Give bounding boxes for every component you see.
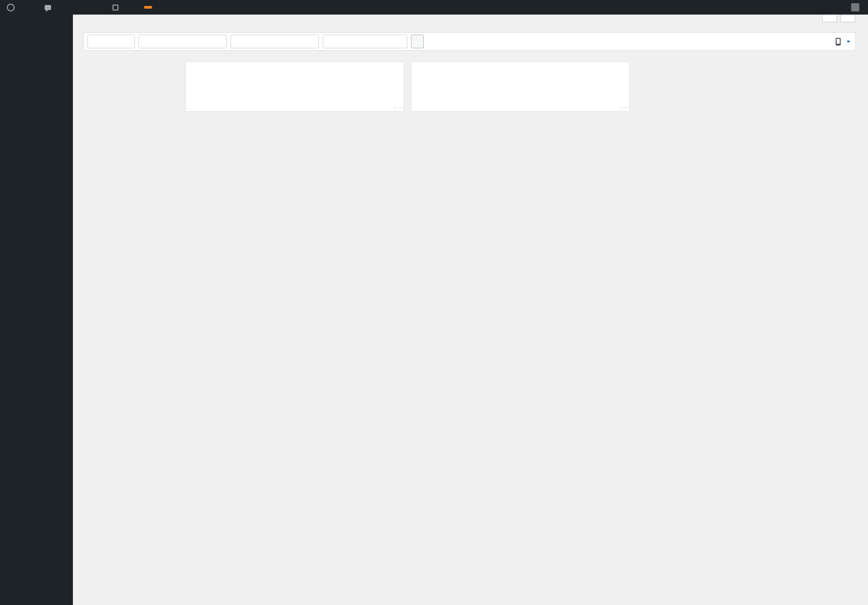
query-monitor-stats[interactable]	[80, 0, 108, 15]
help-button[interactable]	[840, 15, 855, 22]
page-title	[83, 15, 856, 31]
filter-bar	[83, 32, 856, 51]
debug-menu[interactable]	[835, 0, 843, 15]
sidebar	[0, 15, 73, 605]
settings-adminbar-menu[interactable]	[125, 0, 136, 15]
admin-bar-right	[835, 0, 863, 15]
store-status-menu[interactable]	[136, 0, 156, 15]
tile-period-badge	[620, 107, 630, 112]
ios-app-link[interactable]	[836, 38, 850, 46]
wordpress-menu[interactable]	[3, 0, 19, 15]
filter-button[interactable]	[411, 35, 424, 48]
screen-options-button[interactable]	[822, 15, 837, 22]
test-mode-badge	[144, 6, 152, 9]
country-select[interactable]	[231, 35, 319, 48]
edd-download-icon	[113, 5, 118, 10]
comment-bubble-icon	[45, 5, 51, 10]
metric-tile-most-valuable	[185, 62, 404, 112]
admin-bar-left	[3, 0, 156, 15]
metric-tile-average-sales	[411, 62, 630, 112]
report-panel	[185, 55, 856, 144]
plugins-adminbar-button[interactable]	[69, 0, 80, 15]
comments-button[interactable]	[41, 0, 58, 15]
my-account-menu[interactable]	[843, 0, 863, 15]
site-name-menu[interactable]	[19, 0, 30, 15]
region-select[interactable]	[323, 35, 407, 48]
avatar	[851, 3, 859, 11]
admin-bar	[0, 0, 868, 15]
external-link-icon	[847, 41, 850, 42]
collapse-menu-button[interactable]	[0, 27, 73, 36]
git-branch-menu[interactable]	[108, 0, 125, 15]
footer	[83, 165, 856, 174]
phone-icon	[836, 38, 841, 46]
tile-period-badge	[394, 107, 404, 112]
wordpress-logo-icon	[7, 4, 15, 11]
main-content	[73, 15, 868, 605]
report-tab-list	[83, 55, 174, 144]
download-select[interactable]	[139, 35, 227, 48]
metric-tiles	[185, 62, 856, 112]
new-content-menu[interactable]	[58, 0, 69, 15]
date-range-select[interactable]	[87, 35, 135, 48]
updates-button[interactable]	[30, 0, 41, 15]
